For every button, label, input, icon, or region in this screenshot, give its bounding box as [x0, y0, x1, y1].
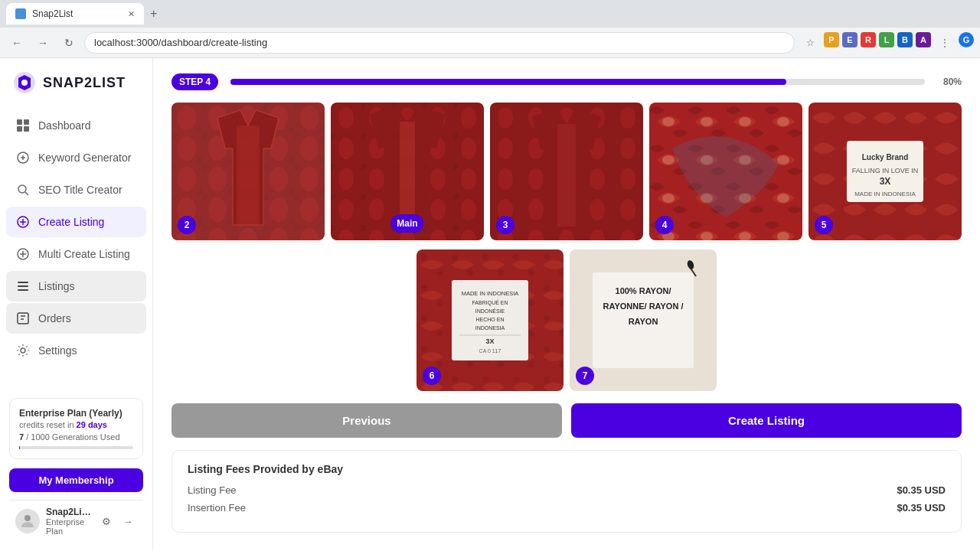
previous-button[interactable]: Previous [172, 403, 562, 438]
sidebar-item-label: Dashboard [38, 119, 91, 132]
fee-amount-listing: $0.35 USD [897, 484, 946, 496]
plan-usage: 7 / 1000 Generations Used [19, 432, 133, 442]
sidebar-item-listings[interactable]: Listings [6, 271, 146, 302]
browser-action-buttons: ☆ P E R L B A ⋮ G [799, 32, 974, 54]
photo-badge-5: 5 [815, 216, 833, 234]
sidebar-item-multi-create-listing[interactable]: Multi Create Listing [6, 239, 146, 269]
sidebar-logo: SNAP2LIST [0, 58, 152, 110]
sidebar-item-label: Settings [38, 344, 77, 357]
svg-text:MADE IN INDONESIA: MADE IN INDONESIA [462, 290, 519, 297]
photo-badge-4: 4 [655, 216, 674, 234]
url-text: localhost:3000/dashboard/create-listing [94, 37, 267, 48]
plan-used: 7 [19, 432, 24, 442]
svg-rect-23 [237, 126, 260, 225]
photo-cell-4[interactable]: 4 [649, 103, 802, 240]
back-btn[interactable]: ← [6, 32, 28, 54]
sidebar-bottom: Enterprise Plan (Yearly) credits reset i… [0, 389, 152, 551]
bookmark-btn[interactable]: ☆ [799, 32, 821, 54]
plan-usage-label: Generations Used [52, 432, 120, 442]
progress-bar-bg [230, 79, 925, 85]
browser-tab[interactable]: Snap2List ✕ [6, 3, 144, 24]
sidebar-item-create-listing[interactable]: Create Listing [6, 207, 146, 237]
svg-text:Lucky Brand: Lucky Brand [862, 153, 909, 161]
svg-point-16 [24, 515, 31, 521]
svg-text:HECHO EN: HECHO EN [476, 317, 505, 322]
keyword-icon [15, 150, 31, 165]
user-plan: Enterprise Plan [46, 517, 91, 536]
address-bar[interactable]: localhost:3000/dashboard/create-listing [84, 32, 795, 54]
progress-bar-fill [230, 79, 786, 85]
listings-icon [15, 279, 31, 294]
browser-toolbar: ← → ↻ localhost:3000/dashboard/create-li… [0, 28, 980, 58]
sidebar-item-keyword-generator[interactable]: Keyword Generator [6, 142, 146, 173]
photo-cell-7[interactable]: 100% RAYON/ RAYONNE/ RAYON / RAYON 7 [570, 249, 717, 391]
main-content: STEP 4 80% [153, 58, 980, 551]
photo-cell-3[interactable]: 3 [490, 103, 643, 240]
more-btn[interactable]: ⋮ [934, 32, 956, 54]
svg-text:FALLING IN LOVE IN: FALLING IN LOVE IN [852, 167, 919, 174]
photo-cell-main[interactable]: Main [331, 103, 484, 240]
fee-label-insertion: Insertion Fee [188, 502, 246, 514]
sidebar-item-label: Create Listing [38, 216, 104, 228]
sidebar-item-seo-title-creator[interactable]: SEO Title Creator [6, 174, 146, 205]
user-avatar [15, 509, 40, 533]
photo-badge-2: 2 [178, 216, 196, 234]
svg-text:FABRIQUÉ EN: FABRIQUÉ EN [472, 299, 508, 306]
sidebar-item-orders[interactable]: Orders [6, 303, 146, 334]
svg-point-1 [21, 80, 28, 86]
multi-listing-icon [15, 246, 31, 262]
plan-title: Enterprise Plan (Yearly) [19, 408, 133, 419]
plan-card: Enterprise Plan (Yearly) credits reset i… [9, 398, 143, 459]
sidebar-item-label: Orders [38, 312, 71, 324]
svg-rect-28 [400, 122, 415, 229]
svg-line-8 [25, 192, 28, 195]
photo-cell-6[interactable]: MADE IN INDONESIA FABRIQUÉ EN INDONÉSIE … [416, 249, 564, 391]
sidebar-item-settings[interactable]: Settings [6, 335, 146, 366]
logo-icon [12, 70, 37, 95]
user-info: Snap2List Admin Enterprise Plan [46, 507, 91, 536]
photo-badge-3: 3 [496, 216, 514, 234]
plan-progress-bar [19, 446, 133, 449]
reload-btn[interactable]: ↻ [58, 32, 80, 54]
svg-rect-3 [24, 119, 29, 125]
user-settings-btn[interactable]: ⚙ [97, 512, 116, 530]
ext-icon-5: B [897, 32, 913, 47]
forward-btn[interactable]: → [32, 32, 54, 54]
user-action-buttons: ⚙ → [97, 512, 137, 530]
sidebar: SNAP2LIST Dashboard Keyword Generator [0, 58, 153, 551]
browser-titlebar: Snap2List ✕ + [0, 0, 980, 28]
svg-rect-32 [557, 124, 576, 227]
app-container: SNAP2LIST Dashboard Keyword Generator [0, 0, 980, 551]
sidebar-item-dashboard[interactable]: Dashboard [6, 110, 146, 141]
ext-icon-4: L [879, 32, 894, 47]
orders-icon [15, 311, 31, 326]
dashboard-icon [15, 118, 31, 133]
svg-rect-14 [18, 313, 28, 324]
photo-cell-5[interactable]: Lucky Brand FALLING IN LOVE IN 3X MADE I… [808, 103, 962, 240]
svg-text:INDONÉSIE: INDONÉSIE [475, 308, 505, 314]
settings-icon [15, 343, 31, 358]
photo-cell-2[interactable]: 2 [172, 103, 325, 240]
step-header: STEP 4 80% [172, 73, 962, 90]
svg-text:RAYONNE/ RAYON /: RAYONNE/ RAYON / [603, 302, 684, 311]
tab-close-btn[interactable]: ✕ [128, 9, 135, 19]
user-logout-btn[interactable]: → [119, 512, 137, 530]
create-listing-button[interactable]: Create Listing [571, 403, 962, 438]
svg-rect-4 [17, 126, 22, 132]
step-badge: STEP 4 [172, 73, 218, 90]
seo-icon [15, 182, 31, 197]
photo-badge-7: 7 [576, 367, 594, 385]
fee-amount-insertion: $0.35 USD [897, 502, 946, 514]
new-tab-btn[interactable]: + [150, 7, 157, 21]
plan-progress-fill [19, 446, 20, 449]
svg-text:MADE IN INDONESIA: MADE IN INDONESIA [854, 191, 916, 197]
sidebar-user: Snap2List Admin Enterprise Plan ⚙ → [9, 500, 143, 542]
progress-percent: 80% [943, 77, 962, 87]
svg-text:3X: 3X [485, 337, 494, 345]
membership-button[interactable]: My Membership [9, 468, 143, 492]
fee-row-insertion: Insertion Fee $0.35 USD [188, 502, 946, 514]
user-name: Snap2List Admin [46, 507, 91, 517]
plan-total: 1000 [31, 432, 49, 442]
svg-text:RAYON: RAYON [629, 317, 658, 326]
fees-title: Listing Fees Provided by eBay [188, 463, 946, 475]
